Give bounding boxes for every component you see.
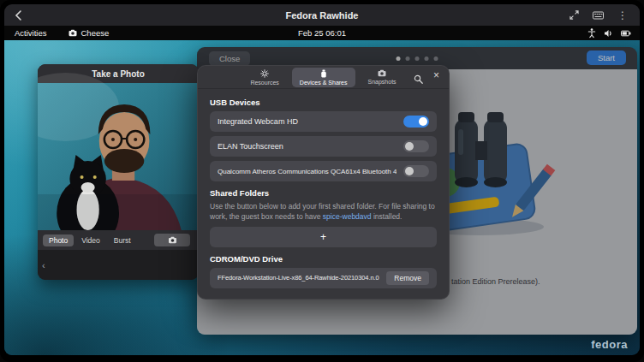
tab-resources[interactable]: Resources — [242, 68, 286, 87]
vm-desktop: tation Edition Prerelease). Close Start … — [4, 40, 640, 355]
dialog-content: USB Devices Integrated Webcam HD ELAN To… — [198, 89, 449, 288]
remove-iso-button[interactable]: Remove — [386, 271, 429, 285]
usb-section-title: USB Devices — [210, 98, 437, 107]
titlebar-actions: ⋮ — [569, 8, 628, 23]
usb-device-toggle[interactable] — [403, 116, 429, 128]
chevron-left-icon — [15, 10, 22, 21]
webcam-photo — [38, 83, 199, 230]
plus-icon: + — [320, 231, 326, 243]
tab-snapshots-label: Snapshots — [368, 79, 397, 85]
photo-tray — [38, 250, 199, 280]
search-icon — [414, 74, 423, 84]
vm-topbar: Activities Cheese Feb 25 06:01 — [4, 26, 640, 40]
accessibility-icon — [587, 28, 596, 38]
usb-device-name: Integrated Webcam HD — [218, 117, 397, 126]
usb-device-name: ELAN Touchscreen — [218, 142, 397, 151]
fullscreen-button[interactable] — [569, 8, 579, 23]
toggle-knob — [405, 167, 414, 175]
app-menu-label: Cheese — [80, 28, 109, 38]
cdrom-section-title: CDROM/DVD Drive — [210, 254, 437, 264]
usb-device-row: ELAN Touchscreen — [210, 136, 437, 157]
kebab-menu-icon: ⋮ — [617, 9, 628, 21]
activities-button[interactable]: Activities — [15, 28, 46, 38]
back-button[interactable] — [15, 10, 22, 21]
snapshot-camera-icon — [378, 69, 386, 77]
mode-tab-video[interactable]: Video — [75, 234, 106, 246]
battery-icon — [621, 29, 631, 38]
webcam-preview — [38, 83, 199, 230]
spice-webdavd-link[interactable]: spice-webdavd — [323, 212, 372, 221]
shared-folders-description: Use the button below to add your first s… — [210, 202, 437, 223]
camera-icon — [69, 29, 77, 37]
volume-icon — [604, 29, 613, 38]
screenshot-stage: Fedora Rawhide ⋮ Activities Cheese Feb 2… — [0, 0, 644, 362]
tab-snapshots[interactable]: Snapshots — [361, 68, 404, 86]
fedora-watermark: fedora — [591, 338, 628, 351]
dialog-close-button[interactable]: × — [433, 70, 439, 80]
menu-button[interactable]: ⋮ — [617, 10, 628, 21]
mode-tab-burst[interactable]: Burst — [108, 234, 137, 246]
clock[interactable]: Feb 25 06:01 — [298, 28, 346, 38]
keyboard-button[interactable] — [593, 8, 604, 23]
iso-file-name: FFedora-Workstation-Live-x86_64-Rawhide-… — [218, 274, 379, 282]
usb-device-name: Qualcomm Atheros Communications QCA61x4 … — [218, 168, 397, 175]
dialog-tabbar: Resources Devices & Shares Snapshots × — [198, 66, 449, 89]
dialog-search-button[interactable] — [414, 72, 423, 87]
cdrom-row: FFedora-Workstation-Live-x86_64-Rawhide-… — [210, 268, 437, 288]
usb-device-toggle[interactable] — [403, 165, 429, 177]
keyboard-icon — [593, 10, 604, 20]
toggle-knob — [419, 117, 427, 126]
camera-shutter-icon — [168, 236, 177, 244]
cheese-title: Take a Photo — [92, 69, 145, 79]
tab-devices-shares-label: Devices & Shares — [300, 80, 348, 86]
close-icon: × — [433, 69, 439, 81]
usb-device-row: Qualcomm Atheros Communications QCA61x4 … — [210, 161, 437, 181]
toggle-knob — [405, 142, 414, 151]
take-photo-button[interactable] — [154, 234, 190, 246]
usb-device-toggle[interactable] — [403, 140, 429, 152]
add-shared-folder-button[interactable]: + — [210, 227, 437, 247]
boxes-titlebar: Fedora Rawhide ⋮ — [4, 4, 640, 26]
window-title: Fedora Rawhide — [4, 10, 640, 21]
shared-folders-section-title: Shared Folders — [210, 188, 437, 198]
cheese-toolbar: Photo Video Burst — [38, 230, 199, 250]
usb-device-icon — [320, 69, 327, 78]
usb-device-row: Integrated Webcam HD — [210, 111, 437, 132]
app-menu-button[interactable]: Cheese — [69, 28, 109, 38]
gear-icon — [260, 69, 269, 78]
cheese-window: Take a Photo — [38, 64, 199, 280]
fullscreen-icon — [569, 10, 579, 20]
tab-devices-shares[interactable]: Devices & Shares — [292, 68, 355, 87]
system-status-button[interactable] — [587, 28, 631, 38]
boxes-window: Fedora Rawhide ⋮ Activities Cheese Feb 2… — [0, 0, 644, 362]
tab-resources-label: Resources — [250, 80, 278, 86]
previous-photo-chevron[interactable]: ‹ — [42, 261, 45, 270]
description-text: installed. — [372, 212, 402, 221]
mode-tab-photo[interactable]: Photo — [43, 234, 74, 246]
properties-dialog: Resources Devices & Shares Snapshots × — [197, 65, 450, 300]
